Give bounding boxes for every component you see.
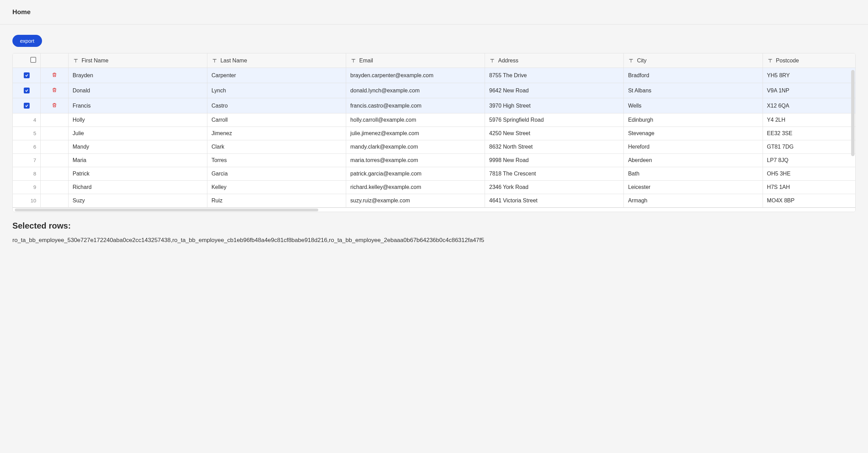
cell-email[interactable]: maria.torres@example.com	[346, 154, 485, 167]
row-number: 5	[33, 130, 36, 136]
column-header-last-name[interactable]: Last Name	[207, 53, 346, 68]
cell-first-name[interactable]: Brayden	[68, 68, 207, 83]
cell-email[interactable]: mandy.clark@example.com	[346, 140, 485, 154]
table-row[interactable]: DonaldLynchdonald.lynch@example.com9642 …	[13, 83, 855, 98]
row-checkbox[interactable]	[24, 103, 30, 109]
cell-postcode[interactable]: H7S 1AH	[763, 181, 855, 194]
table-row[interactable]: 7MariaTorresmaria.torres@example.com9998…	[13, 154, 855, 167]
cell-city[interactable]: Wells	[624, 98, 763, 113]
text-type-icon	[350, 58, 356, 64]
cell-address[interactable]: 8632 North Street	[485, 140, 624, 154]
cell-postcode[interactable]: LP7 8JQ	[763, 154, 855, 167]
cell-postcode[interactable]: V9A 1NP	[763, 83, 855, 98]
cell-last-name[interactable]: Clark	[207, 140, 346, 154]
cell-email[interactable]: brayden.carpenter@example.com	[346, 68, 485, 83]
cell-city[interactable]: Stevenage	[624, 127, 763, 140]
cell-last-name[interactable]: Torres	[207, 154, 346, 167]
column-header-actions	[41, 53, 69, 68]
table-row[interactable]: 5JulieJimenezjulie.jimenez@example.com42…	[13, 127, 855, 140]
select-all-checkbox[interactable]	[30, 57, 36, 63]
table-row[interactable]: BraydenCarpenterbrayden.carpenter@exampl…	[13, 68, 855, 83]
cell-address[interactable]: 9998 New Road	[485, 154, 624, 167]
cell-email[interactable]: donald.lynch@example.com	[346, 83, 485, 98]
cell-address[interactable]: 4641 Victoria Street	[485, 194, 624, 208]
cell-postcode[interactable]: X12 6QA	[763, 98, 855, 113]
row-number: 4	[33, 117, 36, 123]
column-header-first-name[interactable]: First Name	[68, 53, 207, 68]
cell-last-name[interactable]: Carroll	[207, 113, 346, 127]
cell-first-name[interactable]: Richard	[68, 181, 207, 194]
row-index-cell: 7	[13, 154, 41, 167]
cell-first-name[interactable]: Holly	[68, 113, 207, 127]
row-checkbox[interactable]	[24, 88, 30, 93]
row-index-cell: 9	[13, 181, 41, 194]
table-row[interactable]: 10SuzyRuizsuzy.ruiz@example.com4641 Vict…	[13, 194, 855, 208]
table-row[interactable]: 6MandyClarkmandy.clark@example.com8632 N…	[13, 140, 855, 154]
cell-city[interactable]: Hereford	[624, 140, 763, 154]
cell-city[interactable]: Edinburgh	[624, 113, 763, 127]
cell-address[interactable]: 2346 York Road	[485, 181, 624, 194]
cell-postcode[interactable]: MO4X 8BP	[763, 194, 855, 208]
cell-last-name[interactable]: Garcia	[207, 167, 346, 181]
column-header-city[interactable]: City	[624, 53, 763, 68]
row-number: 7	[33, 157, 36, 163]
column-header-select	[13, 53, 41, 68]
column-header-postcode[interactable]: Postcode	[763, 53, 855, 68]
cell-city[interactable]: Armagh	[624, 194, 763, 208]
cell-email[interactable]: julie.jimenez@example.com	[346, 127, 485, 140]
cell-city[interactable]: Bath	[624, 167, 763, 181]
cell-last-name[interactable]: Carpenter	[207, 68, 346, 83]
delete-row-button[interactable]	[51, 102, 58, 109]
row-index-cell	[13, 83, 41, 98]
table-row[interactable]: 4HollyCarrollholly.carroll@example.com59…	[13, 113, 855, 127]
row-actions-cell	[41, 83, 69, 98]
cell-address[interactable]: 3970 High Street	[485, 98, 624, 113]
export-button[interactable]: export	[12, 35, 42, 47]
cell-city[interactable]: Leicester	[624, 181, 763, 194]
cell-first-name[interactable]: Donald	[68, 83, 207, 98]
horizontal-scrollbar-thumb[interactable]	[15, 209, 318, 211]
delete-row-button[interactable]	[51, 87, 58, 93]
column-header-address[interactable]: Address	[485, 53, 624, 68]
vertical-scrollbar[interactable]	[851, 70, 855, 156]
cell-email[interactable]: holly.carroll@example.com	[346, 113, 485, 127]
cell-city[interactable]: St Albans	[624, 83, 763, 98]
cell-city[interactable]: Bradford	[624, 68, 763, 83]
cell-postcode[interactable]: GT81 7DG	[763, 140, 855, 154]
horizontal-scrollbar[interactable]	[13, 208, 855, 212]
cell-first-name[interactable]: Suzy	[68, 194, 207, 208]
cell-first-name[interactable]: Julie	[68, 127, 207, 140]
text-type-icon	[628, 58, 634, 64]
cell-last-name[interactable]: Ruiz	[207, 194, 346, 208]
cell-address[interactable]: 5976 Springfield Road	[485, 113, 624, 127]
row-actions-cell	[41, 167, 69, 181]
cell-first-name[interactable]: Mandy	[68, 140, 207, 154]
row-checkbox[interactable]	[24, 72, 30, 78]
cell-email[interactable]: suzy.ruiz@example.com	[346, 194, 485, 208]
table-row[interactable]: FrancisCastrofrancis.castro@example.com3…	[13, 98, 855, 113]
cell-last-name[interactable]: Castro	[207, 98, 346, 113]
cell-last-name[interactable]: Kelley	[207, 181, 346, 194]
cell-address[interactable]: 4250 New Street	[485, 127, 624, 140]
cell-postcode[interactable]: YH5 8RY	[763, 68, 855, 83]
column-header-email[interactable]: Email	[346, 53, 485, 68]
cell-email[interactable]: francis.castro@example.com	[346, 98, 485, 113]
cell-first-name[interactable]: Maria	[68, 154, 207, 167]
cell-first-name[interactable]: Patrick	[68, 167, 207, 181]
cell-first-name[interactable]: Francis	[68, 98, 207, 113]
cell-email[interactable]: richard.kelley@example.com	[346, 181, 485, 194]
table-row[interactable]: 9RichardKelleyrichard.kelley@example.com…	[13, 181, 855, 194]
cell-postcode[interactable]: EE32 3SE	[763, 127, 855, 140]
cell-address[interactable]: 8755 The Drive	[485, 68, 624, 83]
cell-postcode[interactable]: Y4 2LH	[763, 113, 855, 127]
cell-last-name[interactable]: Lynch	[207, 83, 346, 98]
table-row[interactable]: 8PatrickGarciapatrick.garcia@example.com…	[13, 167, 855, 181]
cell-city[interactable]: Aberdeen	[624, 154, 763, 167]
cell-email[interactable]: patrick.garcia@example.com	[346, 167, 485, 181]
cell-address[interactable]: 9642 New Road	[485, 83, 624, 98]
cell-postcode[interactable]: OH5 3HE	[763, 167, 855, 181]
cell-last-name[interactable]: Jimenez	[207, 127, 346, 140]
delete-row-button[interactable]	[51, 71, 58, 78]
cell-address[interactable]: 7818 The Crescent	[485, 167, 624, 181]
row-actions-cell	[41, 127, 69, 140]
